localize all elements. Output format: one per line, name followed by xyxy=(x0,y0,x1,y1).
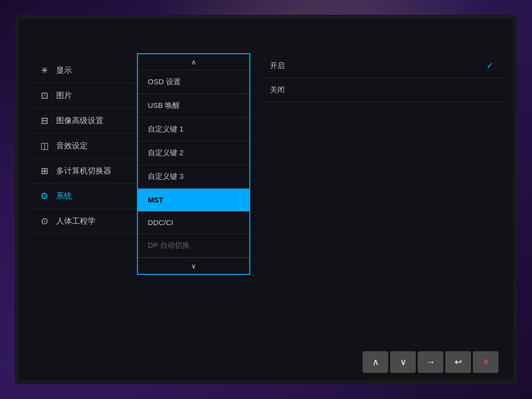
nav-btn-close[interactable]: ✕ xyxy=(473,351,499,373)
sidebar-item-audio[interactable]: ◫音效设定 xyxy=(29,133,137,159)
multiswitch-icon: ⊞ xyxy=(38,166,50,176)
sidebar-label-image-advanced: 图像高级设置 xyxy=(56,116,103,126)
right-panel: 开启✓关闭 xyxy=(250,48,503,102)
right-option-check-on: ✓ xyxy=(486,60,494,71)
nav-bar: ∧∨→↩✕ xyxy=(363,351,499,373)
sidebar-item-image-advanced[interactable]: ⊟图像高级设置 xyxy=(29,108,137,133)
monitor-frame: ✳显示⊡图片⊟图像高级设置◫音效设定⊞多计算机切换器⚙系统⊙人体工程学 ∧ OS… xyxy=(15,15,517,384)
picture-icon: ⊡ xyxy=(38,90,50,101)
dropdown-item-dp-auto: DP 自动切换 xyxy=(138,234,249,258)
dropdown-item-custom-key-3[interactable]: 自定义键 3 xyxy=(138,165,249,189)
sidebar-item-multiswitch[interactable]: ⊞多计算机切换器 xyxy=(29,159,137,184)
nav-btn-back[interactable]: ↩ xyxy=(445,351,471,373)
monitor-inner: ✳显示⊡图片⊟图像高级设置◫音效设定⊞多计算机切换器⚙系统⊙人体工程学 ∧ OS… xyxy=(19,19,513,380)
nav-btn-down[interactable]: ∨ xyxy=(390,351,416,373)
ergonomics-icon: ⊙ xyxy=(38,216,50,227)
right-option-off[interactable]: 关闭 xyxy=(260,78,503,102)
dropdown-item-custom-key-1[interactable]: 自定义键 1 xyxy=(138,118,249,141)
sidebar-label-system: 系统 xyxy=(56,191,72,201)
sidebar-label-ergonomics: 人体工程学 xyxy=(56,216,96,227)
display-icon: ✳ xyxy=(38,65,50,76)
sidebar-label-display: 显示 xyxy=(56,66,72,76)
right-option-label-off: 关闭 xyxy=(270,85,285,95)
sidebar-label-multiswitch: 多计算机切换器 xyxy=(56,166,111,176)
dropdown-item-custom-key-2[interactable]: 自定义键 2 xyxy=(138,141,249,165)
sidebar-item-system[interactable]: ⚙系统 xyxy=(29,184,137,209)
nav-btn-up[interactable]: ∧ xyxy=(363,351,388,373)
nav-btn-right[interactable]: → xyxy=(418,351,443,373)
sidebar-item-display[interactable]: ✳显示 xyxy=(29,58,137,83)
dropdown-item-usb-wakeup[interactable]: USB 唤醒 xyxy=(138,94,249,118)
dropdown-item-osd-settings[interactable]: OSD 设置 xyxy=(138,70,249,94)
dropdown-panel: ∧ OSD 设置USB 唤醒自定义键 1自定义键 2自定义键 3MSTDDC/C… xyxy=(137,53,250,275)
sidebar: ✳显示⊡图片⊟图像高级设置◫音效设定⊞多计算机切换器⚙系统⊙人体工程学 xyxy=(29,48,137,234)
dropdown-item-ddc-ci[interactable]: DDC/CI xyxy=(138,211,249,234)
sidebar-label-audio: 音效设定 xyxy=(56,141,88,151)
osd-container: ✳显示⊡图片⊟图像高级设置◫音效设定⊞多计算机切换器⚙系统⊙人体工程学 ∧ OS… xyxy=(29,48,503,341)
dropdown-item-mst[interactable]: MST xyxy=(138,189,249,211)
system-icon: ⚙ xyxy=(38,191,50,201)
right-option-on[interactable]: 开启✓ xyxy=(260,53,503,78)
right-option-label-on: 开启 xyxy=(270,61,285,70)
audio-icon: ◫ xyxy=(38,140,50,151)
sidebar-item-ergonomics[interactable]: ⊙人体工程学 xyxy=(29,209,137,234)
dropdown-scroll-up[interactable]: ∧ xyxy=(138,54,249,70)
sidebar-label-picture: 图片 xyxy=(56,91,72,101)
image-advanced-icon: ⊟ xyxy=(38,115,50,126)
dropdown-scroll-down[interactable]: ∨ xyxy=(138,258,249,274)
sidebar-item-picture[interactable]: ⊡图片 xyxy=(29,83,137,108)
